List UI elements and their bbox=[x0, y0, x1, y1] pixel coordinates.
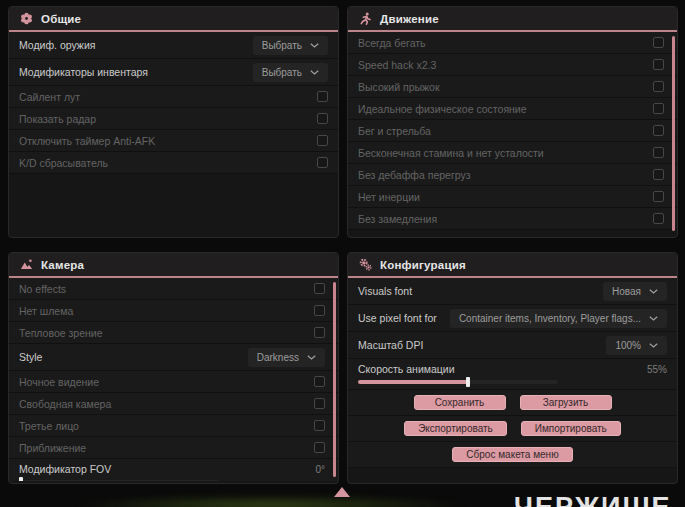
row-checkbox[interactable]: Всегда бегать bbox=[348, 32, 677, 54]
dropdown[interactable]: Выбрать bbox=[253, 63, 328, 82]
mouse-cursor-icon bbox=[334, 487, 350, 497]
checkbox[interactable] bbox=[653, 125, 664, 136]
row-checkbox[interactable]: Без замедления bbox=[348, 208, 677, 230]
checkbox[interactable] bbox=[653, 103, 664, 114]
row-checkbox[interactable]: Свободная камера bbox=[9, 393, 338, 415]
row-label: Без замедления bbox=[358, 213, 437, 225]
row-checkbox[interactable]: Отключить таймер Anti-AFK bbox=[9, 130, 338, 152]
row-checkbox[interactable]: No effects bbox=[9, 278, 338, 300]
row-checkbox[interactable]: Speed hack x2.3 bbox=[348, 54, 677, 76]
chevron-down-icon bbox=[310, 70, 319, 75]
slider-label-row: Модификатор FOV0° bbox=[19, 463, 325, 475]
row-label: Приближение bbox=[19, 442, 86, 454]
slider[interactable] bbox=[19, 480, 219, 481]
row-label: Третье лицо bbox=[19, 420, 79, 432]
game-scene-glow bbox=[70, 495, 470, 507]
row-dropdown: Масштаб DPI100% bbox=[348, 332, 677, 359]
checkbox[interactable] bbox=[653, 169, 664, 180]
checkbox[interactable] bbox=[317, 113, 328, 124]
row-label: Идеальное физическое состояние bbox=[358, 103, 527, 115]
slider-value: 0° bbox=[315, 464, 325, 475]
checkbox[interactable] bbox=[314, 305, 325, 316]
row-label: Нет инерции bbox=[358, 191, 420, 203]
checkbox[interactable] bbox=[653, 191, 664, 202]
row-checkbox[interactable]: Третье лицо bbox=[9, 415, 338, 437]
checkbox[interactable] bbox=[314, 398, 325, 409]
row-checkbox[interactable]: Приближение bbox=[9, 437, 338, 459]
panel-body-config: Visuals fontНоваяUse pixel font forConta… bbox=[348, 278, 677, 481]
slider-label-row: Скорость анимации55% bbox=[358, 363, 667, 375]
checkbox[interactable] bbox=[653, 147, 664, 158]
checkbox[interactable] bbox=[653, 37, 664, 48]
checkbox[interactable] bbox=[314, 283, 325, 294]
row-label: Бесконечная стамина и нет усталости bbox=[358, 147, 544, 159]
panel-title: Конфигурация bbox=[380, 259, 466, 271]
row-checkbox[interactable]: Бесконечная стамина и нет усталости bbox=[348, 142, 677, 164]
row-label: Скорость анимации bbox=[358, 363, 455, 375]
row-checkbox[interactable]: Без дебаффа перегруз bbox=[348, 164, 677, 186]
checkbox[interactable] bbox=[314, 420, 325, 431]
row-label: K/D сбрасыватель bbox=[19, 157, 108, 169]
slider-handle[interactable] bbox=[19, 477, 23, 481]
checkbox[interactable] bbox=[653, 213, 664, 224]
row-label: Сайлент лут bbox=[19, 91, 80, 103]
slider-handle[interactable] bbox=[466, 377, 470, 387]
row-checkbox[interactable]: K/D сбрасыватель bbox=[9, 152, 338, 174]
row-checkbox[interactable]: Нет инерции bbox=[348, 186, 677, 208]
row-label: Без дебаффа перегруз bbox=[358, 169, 471, 181]
load-button[interactable]: Загрузить bbox=[520, 395, 612, 410]
row-checkbox[interactable]: Ночное видение bbox=[9, 371, 338, 393]
row-label: Style bbox=[19, 351, 42, 363]
checkbox[interactable] bbox=[653, 59, 664, 70]
dropdown-value: Container items, Inventory, Player flags… bbox=[459, 313, 641, 324]
button-row: ЭкспортироватьИмпортировать bbox=[348, 416, 677, 442]
button-row: Сброс макета меню bbox=[348, 442, 677, 468]
row-label: Нет шлема bbox=[19, 305, 73, 317]
row-label: Показать радар bbox=[19, 113, 96, 125]
dropdown[interactable]: Новая bbox=[603, 282, 667, 301]
slider[interactable] bbox=[358, 380, 558, 384]
row-checkbox[interactable]: Идеальное физическое состояние bbox=[348, 98, 677, 120]
panel-config: КонфигурацияVisuals fontНоваяUse pixel f… bbox=[347, 252, 678, 484]
dropdown-value: 100% bbox=[615, 340, 641, 351]
row-slider: Скорость анимации55% bbox=[348, 359, 677, 390]
row-label: Масштаб DPI bbox=[358, 339, 423, 351]
scrollbar[interactable] bbox=[333, 282, 336, 477]
checkbox[interactable] bbox=[317, 135, 328, 146]
checkbox[interactable] bbox=[314, 376, 325, 387]
checkbox[interactable] bbox=[314, 327, 325, 338]
dropdown[interactable]: Darkness bbox=[248, 348, 325, 367]
row-checkbox[interactable]: Тепловое зрение bbox=[9, 322, 338, 344]
checkbox[interactable] bbox=[653, 81, 664, 92]
row-dropdown: Модиф. оружияВыбрать bbox=[9, 32, 338, 59]
dropdown[interactable]: Container items, Inventory, Player flags… bbox=[450, 309, 667, 328]
panel-movement: ДвижениеВсегда бегатьSpeed hack x2.3Высо… bbox=[347, 6, 678, 238]
chevron-down-icon bbox=[310, 43, 319, 48]
checkbox[interactable] bbox=[317, 91, 328, 102]
panel-title: Движение bbox=[380, 13, 439, 25]
save-button[interactable]: Сохранить bbox=[414, 395, 506, 410]
row-dropdown: StyleDarkness bbox=[9, 344, 338, 371]
export-button[interactable]: Экспортировать bbox=[404, 421, 507, 436]
scrollbar[interactable] bbox=[672, 36, 675, 231]
panel-body-general: Модиф. оружияВыбратьМодификаторы инвента… bbox=[9, 32, 338, 235]
slider-value: 55% bbox=[647, 364, 667, 375]
row-checkbox[interactable]: Нет шлема bbox=[9, 300, 338, 322]
row-label: Use pixel font for bbox=[358, 312, 437, 324]
dropdown[interactable]: Выбрать bbox=[253, 36, 328, 55]
row-checkbox[interactable]: Сайлент лут bbox=[9, 86, 338, 108]
row-checkbox[interactable]: Показать радар bbox=[9, 108, 338, 130]
panel-body-camera: No effectsНет шлемаТепловое зрениеStyleD… bbox=[9, 278, 338, 481]
row-checkbox[interactable]: Бег и стрельба bbox=[348, 120, 677, 142]
dropdown[interactable]: 100% bbox=[606, 336, 667, 355]
import-button[interactable]: Импортировать bbox=[521, 421, 621, 436]
row-label: Бег и стрельба bbox=[358, 125, 431, 137]
row-label: Visuals font bbox=[358, 285, 412, 297]
chevron-down-icon bbox=[307, 355, 316, 360]
panel-header-movement: Движение bbox=[348, 7, 677, 32]
checkbox[interactable] bbox=[314, 442, 325, 453]
checkbox[interactable] bbox=[317, 157, 328, 168]
reset-menu-layout-button[interactable]: Сброс макета меню bbox=[452, 447, 572, 462]
row-dropdown: Модификаторы инвентаряВыбрать bbox=[9, 59, 338, 86]
row-checkbox[interactable]: Высокий прыжок bbox=[348, 76, 677, 98]
